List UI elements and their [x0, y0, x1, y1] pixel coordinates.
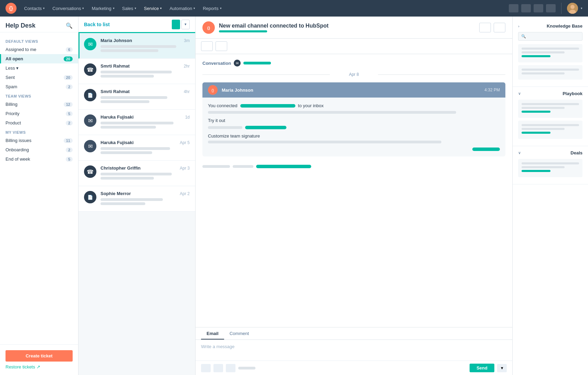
user-menu-chevron[interactable]: ▾	[581, 7, 582, 10]
reply-tabs: Email Comment	[196, 327, 512, 340]
conv-name: Smrti Rahmat	[101, 89, 130, 94]
nav-divider	[561, 3, 561, 14]
action-teal-bar	[245, 126, 286, 129]
user-avatar[interactable]	[567, 3, 578, 14]
badge-onboarding: 2	[66, 148, 73, 152]
sort-button[interactable]: ▾	[181, 20, 190, 29]
back-to-list-link[interactable]: Back to list	[84, 22, 110, 27]
conv-time: Apr 2	[180, 191, 190, 196]
content-header-right	[479, 23, 505, 32]
conv-preview-line-2	[101, 151, 152, 154]
nav-item-contacts[interactable]: Contacts ▾	[21, 4, 48, 13]
toolbar-button-1[interactable]	[201, 41, 213, 51]
reply-input[interactable]: Write a message	[196, 340, 512, 361]
header-action-button-2[interactable]	[494, 23, 505, 32]
conv-preview-line-1	[101, 45, 176, 48]
sidebar-item-spam[interactable]: Spam 2	[0, 82, 78, 91]
right-sidebar: › Knowledge Base 🔍 ∨ Playbook	[512, 17, 588, 375]
conversation-item-maria-johnson[interactable]: ✉ Maria Johnson 3m	[78, 33, 195, 59]
format-button-3[interactable]	[226, 364, 235, 372]
chevron-down-icon: ▾	[193, 7, 195, 10]
message-action-row	[208, 148, 500, 151]
conversation-item-smrti-1[interactable]: ☎ Smrti Rahmat 2hr	[78, 59, 195, 84]
hubspot-logo[interactable]: {}	[6, 3, 17, 14]
toolbar-button-2[interactable]	[216, 41, 227, 51]
svg-text:{}: {}	[9, 6, 13, 11]
conversation-toolbar	[196, 39, 512, 54]
sidebar-footer: Create ticket Restore tickets ↗	[0, 344, 78, 375]
conversation-meta-bar	[243, 62, 271, 64]
knowledge-base-search[interactable]: 🔍	[518, 32, 582, 41]
send-options-button[interactable]: ▾	[497, 364, 507, 372]
header-action-button-1[interactable]	[479, 23, 491, 32]
send-button[interactable]: Send	[470, 364, 494, 372]
nav-items-list: Contacts ▾ Conversations ▾ Marketing ▾ S…	[21, 4, 507, 13]
conv-preview-line-2	[101, 202, 145, 205]
right-section-deals: ∨ Deals	[513, 146, 588, 184]
conv-time: Apr 5	[180, 140, 190, 145]
conversation-item-christopher[interactable]: ☎ Christopher Griffin Apr 3	[78, 161, 195, 186]
date-divider: Apr 8	[202, 72, 505, 77]
conv-preview-line-2	[101, 126, 156, 129]
tab-comment[interactable]: Comment	[224, 327, 254, 339]
conversation-item-haruka-1[interactable]: ✉ Haruka Fujisaki 1d	[78, 110, 195, 135]
avatar-christopher: ☎	[84, 165, 96, 178]
nav-item-marketing[interactable]: Marketing ▾	[88, 4, 118, 13]
hubspot-icon: {}	[202, 21, 215, 34]
tab-email[interactable]: Email	[201, 327, 224, 339]
search-icon: 🔍	[521, 34, 526, 39]
sidebar-item-assigned-to-me[interactable]: Assigned to me 6	[0, 45, 78, 54]
main-content: {} New email channel connected to HubSpo…	[196, 17, 512, 375]
conv-time: 4hr	[184, 89, 190, 94]
nav-icon-button-1[interactable]	[509, 4, 518, 12]
title-underline	[219, 30, 267, 32]
sidebar-item-product[interactable]: Product 2	[0, 118, 78, 128]
badge-priority: 5	[66, 111, 73, 116]
nav-icon-button-2[interactable]	[521, 4, 531, 12]
bottom-bar-2	[233, 165, 253, 168]
search-icon[interactable]: 🔍	[66, 22, 73, 29]
conv-preview-line-2	[101, 49, 158, 52]
sidebar-less-toggle[interactable]: Less ▾	[0, 63, 78, 73]
nav-item-sales[interactable]: Sales ▾	[119, 4, 140, 13]
sidebar-item-sent[interactable]: Sent 20	[0, 73, 78, 82]
create-ticket-button[interactable]: Create ticket	[6, 350, 73, 362]
conv-preview-line-1	[101, 71, 172, 73]
restore-tickets-link[interactable]: Restore tickets ↗	[6, 364, 73, 369]
sidebar-item-billing[interactable]: Billing 12	[0, 100, 78, 109]
sidebar-item-end-of-week[interactable]: End of week 5	[0, 154, 78, 164]
nav-item-conversations[interactable]: Conversations ▾	[49, 4, 87, 13]
nav-item-service[interactable]: Service ▾	[140, 4, 165, 13]
middle-panel: Back to list ▾ ✉ Maria Johnson 3m	[78, 17, 196, 375]
message-row-connected: You connected to your inbox	[208, 103, 500, 114]
badge-product: 2	[66, 121, 73, 125]
right-section-playbook: ∨ Playbook	[513, 87, 588, 146]
nav-item-reports[interactable]: Reports ▾	[199, 4, 225, 13]
nav-item-automation[interactable]: Automation ▾	[166, 4, 199, 13]
content-title-area: New email channel connected to HubSpot	[219, 23, 475, 32]
format-button-1[interactable]	[201, 364, 211, 372]
sidebar-item-billing-issues[interactable]: Billing issues 11	[0, 136, 78, 145]
nav-icon-button-4[interactable]	[546, 4, 556, 12]
knowledge-base-header[interactable]: › Knowledge Base	[518, 23, 582, 29]
sidebar-item-priority[interactable]: Priority 5	[0, 109, 78, 118]
conversation-icon: ✉	[234, 60, 241, 67]
reply-footer: Send ▾	[196, 361, 512, 375]
sidebar-item-onboarding[interactable]: Onboarding 2	[0, 145, 78, 154]
deals-header[interactable]: ∨ Deals	[518, 150, 582, 155]
conversation-item-smrti-2[interactable]: 📄 Smrti Rahmat 4hr	[78, 84, 195, 110]
playbook-header[interactable]: ∨ Playbook	[518, 91, 582, 96]
nav-icon-button-3[interactable]	[534, 4, 543, 12]
conversation-item-haruka-2[interactable]: ✉ Haruka Fujisaki Apr 5	[78, 135, 195, 161]
format-button-2[interactable]	[213, 364, 223, 372]
conv-name: Maria Johnson	[101, 38, 132, 43]
filter-button[interactable]	[172, 20, 180, 29]
badge-spam: 2	[66, 84, 73, 89]
chevron-down-icon: ▾	[43, 7, 45, 10]
playbook-card-2	[518, 121, 582, 139]
sidebar-item-all-open[interactable]: All open 20	[0, 54, 78, 63]
conversation-item-sophie[interactable]: 📄 Sophie Merror Apr 2	[78, 186, 195, 212]
chevron-down-icon: ▾	[135, 7, 136, 10]
conversation-label: Conversation	[202, 61, 231, 66]
badge-billing-issues: 11	[64, 138, 73, 143]
